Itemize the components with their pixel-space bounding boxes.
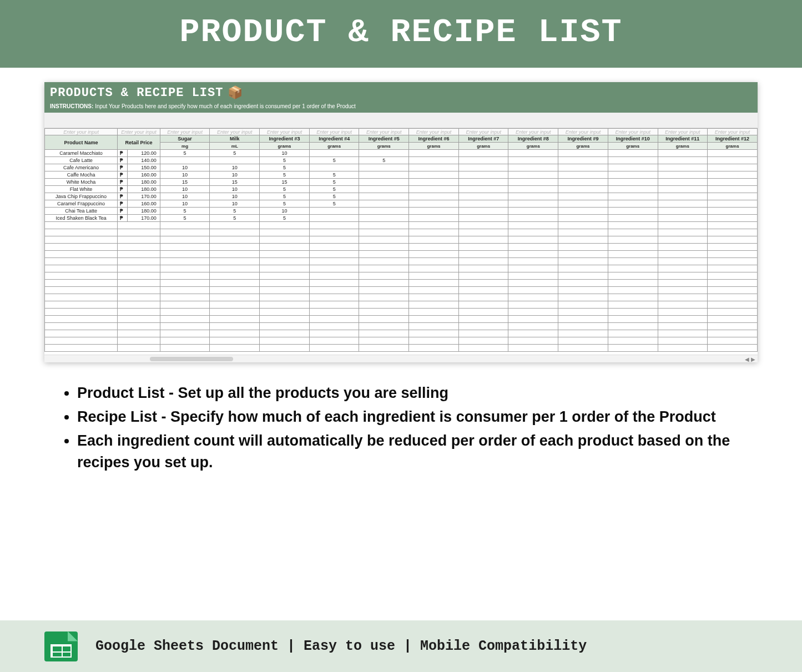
cell-empty[interactable] [260,316,310,323]
cell-price[interactable]: 180.00 [127,208,160,215]
cell-empty[interactable] [458,258,508,265]
cell-empty[interactable] [309,323,359,330]
cell-empty[interactable] [708,280,758,287]
cell-empty[interactable] [118,251,160,258]
cell-empty[interactable] [409,337,459,345]
cell-empty[interactable] [359,301,409,309]
cell-empty[interactable] [359,244,409,251]
cell-empty[interactable] [708,323,758,330]
cell-empty[interactable] [558,323,608,330]
cell-ingredient-value[interactable]: 10 [160,200,210,208]
cell-empty[interactable] [210,229,260,236]
cell-ingredient-value[interactable]: 5 [260,193,310,200]
cell-empty[interactable] [508,229,558,236]
cell-empty[interactable] [160,345,210,352]
cell-empty[interactable] [658,272,708,280]
col-header-ingredient[interactable]: Ingredient #10 [608,135,658,143]
cell-empty[interactable] [458,323,508,330]
cell-empty[interactable] [260,236,310,244]
cell-empty[interactable] [359,265,409,272]
cell-ingredient-value[interactable] [359,171,409,179]
cell-empty[interactable] [160,222,210,229]
cell-ingredient-value[interactable] [508,193,558,200]
cell-empty[interactable] [658,222,708,229]
cell-empty[interactable] [708,330,758,337]
cell-empty[interactable] [210,236,260,244]
cell-ingredient-value[interactable]: 5 [260,171,310,179]
cell-empty[interactable] [558,345,608,352]
cell-empty[interactable] [658,309,708,316]
table-row[interactable] [45,280,758,287]
table-row[interactable]: Iced Shaken Black Tea₱170.00555 [45,215,758,222]
cell-ingredient-value[interactable] [658,157,708,164]
cell-empty[interactable] [118,272,160,280]
cell-ingredient-value[interactable] [608,171,658,179]
cell-ingredient-value[interactable] [508,186,558,193]
cell-empty[interactable] [458,280,508,287]
cell-empty[interactable] [160,236,210,244]
cell-ingredient-value[interactable] [508,150,558,157]
col-header-ingredient[interactable]: Ingredient #4 [309,135,359,143]
cell-ingredient-value[interactable]: 5 [260,186,310,193]
cell-empty[interactable] [409,330,459,337]
cell-empty[interactable] [260,309,310,316]
cell-ingredient-value[interactable] [508,164,558,171]
cell-empty[interactable] [508,316,558,323]
cell-ingredient-value[interactable]: 5 [210,215,260,222]
cell-empty[interactable] [260,294,310,301]
cell-ingredient-value[interactable] [558,200,608,208]
table-row[interactable] [45,316,758,323]
cell-ingredient-value[interactable] [608,215,658,222]
cell-empty[interactable] [508,294,558,301]
cell-ingredient-value[interactable] [508,215,558,222]
cell-empty[interactable] [359,272,409,280]
cell-product-name[interactable]: Flat White [45,186,118,193]
cell-empty[interactable] [359,330,409,337]
cell-ingredient-value[interactable]: 5 [309,193,359,200]
cell-product-name[interactable]: Caffe Mocha [45,171,118,179]
cell-empty[interactable] [608,265,658,272]
cell-ingredient-value[interactable] [658,200,708,208]
cell-empty[interactable] [260,280,310,287]
cell-ingredient-value[interactable] [658,208,708,215]
cell-ingredient-value[interactable] [359,215,409,222]
table-row[interactable]: Java Chip Frappuccino₱170.00101055 [45,193,758,200]
cell-empty[interactable] [359,337,409,345]
table-row[interactable] [45,258,758,265]
table-row[interactable]: Cafe Americano₱150.0010105 [45,164,758,171]
cell-ingredient-value[interactable] [608,208,658,215]
col-header-ingredient[interactable]: Ingredient #7 [458,135,508,143]
cell-empty[interactable] [118,301,160,309]
cell-ingredient-value[interactable]: 5 [309,157,359,164]
cell-product-name[interactable]: Java Chip Frappuccino [45,193,118,200]
cell-empty[interactable] [359,309,409,316]
cell-empty[interactable] [658,236,708,244]
cell-empty[interactable] [608,280,658,287]
cell-ingredient-value[interactable] [359,179,409,186]
cell-empty[interactable] [359,236,409,244]
cell-empty[interactable] [658,316,708,323]
cell-empty[interactable] [608,294,658,301]
cell-empty[interactable] [458,294,508,301]
cell-ingredient-value[interactable]: 10 [210,171,260,179]
cell-ingredient-value[interactable] [658,179,708,186]
cell-empty[interactable] [558,272,608,280]
cell-empty[interactable] [508,258,558,265]
cell-ingredient-value[interactable] [458,193,508,200]
cell-ingredient-value[interactable] [409,171,459,179]
cell-empty[interactable] [45,309,118,316]
cell-empty[interactable] [608,330,658,337]
col-header-unit[interactable]: grams [309,143,359,150]
cell-empty[interactable] [458,265,508,272]
cell-empty[interactable] [359,345,409,352]
cell-empty[interactable] [708,251,758,258]
cell-empty[interactable] [210,316,260,323]
cell-empty[interactable] [45,345,118,352]
cell-ingredient-value[interactable] [708,157,758,164]
table-row[interactable] [45,294,758,301]
cell-empty[interactable] [508,309,558,316]
cell-empty[interactable] [210,251,260,258]
col-header-ingredient[interactable]: Ingredient #6 [409,135,459,143]
cell-empty[interactable] [118,236,160,244]
cell-empty[interactable] [608,244,658,251]
